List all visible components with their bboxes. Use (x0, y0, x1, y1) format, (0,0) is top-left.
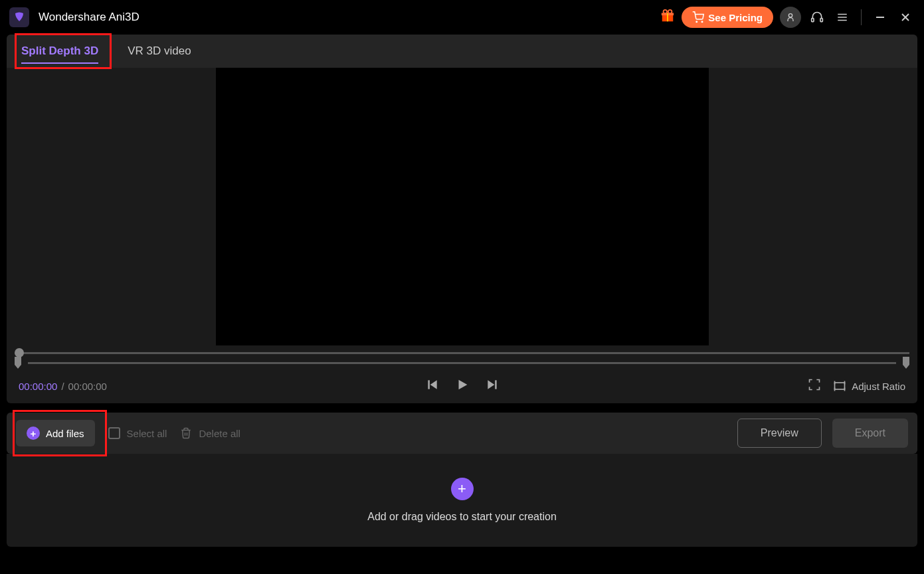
minimize-button[interactable] (871, 8, 889, 27)
next-button[interactable] (486, 378, 499, 394)
titlebar: Wondershare Ani3D See Pricing (0, 0, 924, 35)
svg-rect-20 (495, 380, 497, 389)
svg-rect-8 (812, 19, 814, 22)
svg-point-5 (696, 21, 697, 23)
adjust-ratio-button[interactable]: Adjust Ratio (833, 379, 905, 393)
see-pricing-label: See Pricing (708, 12, 763, 23)
user-icon[interactable] (780, 7, 801, 28)
range-row (7, 357, 917, 373)
scrub-track[interactable] (15, 352, 909, 354)
select-all-checkbox[interactable]: Select all (108, 427, 167, 439)
add-files-button[interactable]: + Add files (16, 420, 95, 446)
range-track[interactable] (28, 362, 896, 364)
tab-label: Split Depth 3D (21, 45, 98, 58)
time-current: 00:00:00 (19, 381, 57, 392)
see-pricing-button[interactable]: See Pricing (682, 7, 773, 28)
delete-all-button[interactable]: Delete all (180, 427, 240, 439)
checkbox-icon (108, 427, 120, 439)
drop-hint: Add or drag videos to start your creatio… (367, 511, 557, 523)
svg-marker-19 (488, 380, 494, 389)
svg-point-4 (668, 9, 672, 13)
player-area: 00:00:00 / 00:00:00 Adjust Ratio (7, 68, 917, 403)
close-button[interactable] (896, 8, 915, 27)
svg-rect-16 (428, 380, 430, 389)
add-files-label: Add files (46, 428, 84, 439)
svg-marker-17 (430, 380, 436, 389)
video-placeholder (216, 68, 709, 345)
prev-button[interactable] (426, 378, 439, 394)
svg-rect-21 (835, 383, 845, 389)
svg-point-3 (664, 9, 668, 13)
scrub-thumb[interactable] (15, 348, 24, 357)
time-total: 00:00:00 (68, 381, 107, 392)
tab-split-depth-3d[interactable]: Split Depth 3D (7, 35, 113, 68)
toolbar: + Add files Select all Delete all Previe… (7, 413, 917, 454)
svg-marker-18 (458, 380, 467, 390)
select-all-label: Select all (127, 428, 167, 439)
app-logo-icon (9, 7, 29, 27)
range-handle-left-icon[interactable] (15, 357, 23, 369)
range-handle-right-icon[interactable] (901, 357, 909, 369)
tab-label: VR 3D video (128, 45, 191, 58)
menu-icon[interactable] (833, 8, 852, 27)
app-title: Wondershare Ani3D (39, 11, 139, 24)
svg-point-6 (702, 21, 703, 23)
divider (861, 9, 862, 25)
tab-bar: Split Depth 3D VR 3D video (7, 35, 917, 68)
gift-icon[interactable] (660, 9, 675, 27)
svg-rect-2 (667, 13, 668, 21)
play-button[interactable] (455, 377, 470, 395)
adjust-ratio-label: Adjust Ratio (852, 381, 905, 392)
trash-icon (180, 427, 192, 439)
time-separator: / (61, 381, 64, 392)
svg-point-7 (788, 14, 792, 17)
video-container (7, 68, 917, 345)
delete-all-label: Delete all (199, 428, 240, 439)
headset-icon[interactable] (808, 8, 826, 27)
tab-vr-3d-video[interactable]: VR 3D video (113, 35, 205, 68)
svg-rect-9 (820, 19, 822, 22)
scrub-row (7, 345, 917, 357)
preview-button[interactable]: Preview (737, 419, 822, 448)
export-button[interactable]: Export (832, 419, 908, 448)
plus-icon: + (27, 427, 40, 440)
drop-area[interactable]: + Add or drag videos to start your creat… (7, 454, 917, 547)
add-plus-icon[interactable]: + (451, 478, 474, 500)
fullscreen-icon[interactable] (808, 378, 821, 394)
